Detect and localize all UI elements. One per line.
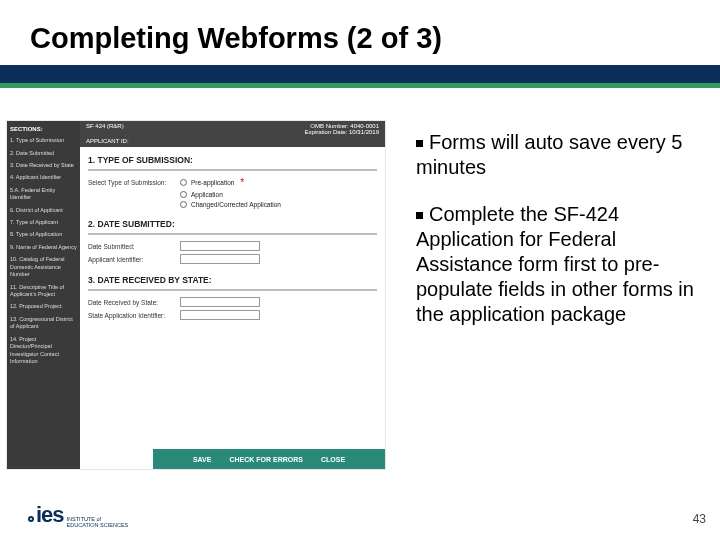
sidebar-item[interactable]: 3. Date Received by State	[10, 162, 77, 169]
form-screenshot: SECTIONS: 1. Type of Submission 2. Date …	[6, 120, 386, 470]
radio-option[interactable]: Pre-application	[191, 179, 234, 186]
sidebar-item[interactable]: 9. Name of Federal Agency	[10, 244, 77, 251]
logo-tagline: INSTITUTE ofEDUCATION SCIENCES	[67, 517, 129, 528]
form-bottom-bar: SAVE CHECK FOR ERRORS CLOSE	[153, 449, 385, 469]
date-received-input[interactable]	[180, 297, 260, 307]
radio-option[interactable]: Changed/Corrected Application	[191, 201, 281, 208]
page-number: 43	[693, 512, 706, 526]
bullet-square-icon	[416, 212, 423, 219]
applicant-id-label: APPLICANT ID:	[80, 137, 385, 147]
footer: ies INSTITUTE ofEDUCATION SCIENCES 43	[0, 502, 720, 532]
date-received-label: Date Received by State:	[88, 299, 180, 306]
sidebar-item[interactable]: 6. District of Applicant	[10, 207, 77, 214]
content-area: SECTIONS: 1. Type of Submission 2. Date …	[6, 120, 710, 490]
logo-dot-icon	[28, 516, 34, 522]
bullet-item: Complete the SF-424 Application for Fede…	[416, 202, 700, 327]
sidebar-item[interactable]: 14. Project Director/Principal Investiga…	[10, 336, 77, 366]
rule-green	[0, 83, 720, 88]
required-star-icon: *	[240, 177, 244, 188]
rule-navy	[0, 65, 720, 83]
title-bar: Completing Webforms (2 of 3)	[0, 0, 720, 65]
state-app-id-input[interactable]	[180, 310, 260, 320]
sections-header: SECTIONS:	[10, 125, 77, 133]
applicant-identifier-input[interactable]	[180, 254, 260, 264]
state-app-id-label: State Application Identifier:	[88, 312, 180, 319]
section-3-title: 3. DATE RECEIVED BY STATE:	[88, 275, 377, 291]
bullet-list: Forms will auto save every 5 minutes Com…	[386, 120, 710, 490]
date-submitted-input[interactable]	[180, 241, 260, 251]
radio-icon[interactable]	[180, 201, 187, 208]
sidebar-item[interactable]: 11. Descriptive Title of Applicant's Pro…	[10, 284, 77, 299]
sidebar-item[interactable]: 10. Catalog of Federal Domestic Assistan…	[10, 256, 77, 278]
section-1: 1. TYPE OF SUBMISSION: Select Type of Su…	[80, 147, 385, 208]
page-title: Completing Webforms (2 of 3)	[30, 22, 720, 55]
bullet-text: Complete the SF-424 Application for Fede…	[416, 203, 694, 325]
date-submitted-label: Date Submitted:	[88, 243, 180, 250]
sidebar-item[interactable]: 13. Congressional District of Applicant	[10, 316, 77, 331]
bullet-item: Forms will auto save every 5 minutes	[416, 130, 700, 180]
sidebar-item[interactable]: 1. Type of Submission	[10, 137, 77, 144]
submission-type-label: Select Type of Submission:	[88, 179, 180, 186]
sidebar-item[interactable]: 4. Applicant Identifier	[10, 174, 77, 181]
section-1-title: 1. TYPE OF SUBMISSION:	[88, 155, 377, 171]
section-2-title: 2. DATE SUBMITTED:	[88, 219, 377, 235]
expiration-date: Expiration Date: 10/31/2019	[305, 129, 379, 135]
form-main: SF 424 (R&R) OMB Number: 4040-0001 Expir…	[80, 121, 385, 469]
save-button[interactable]: SAVE	[193, 456, 212, 463]
logo-ies-mark: ies	[36, 502, 64, 528]
sidebar-item[interactable]: 5.A. Federal Entity Identifier	[10, 187, 77, 202]
bullet-square-icon	[416, 140, 423, 147]
form-name-label: SF 424 (R&R)	[86, 123, 124, 135]
radio-icon[interactable]	[180, 179, 187, 186]
radio-icon[interactable]	[180, 191, 187, 198]
sidebar-item[interactable]: 8. Type of Application	[10, 231, 77, 238]
bullet-text: Forms will auto save every 5 minutes	[416, 131, 682, 178]
sidebar-item[interactable]: 2. Date Submitted	[10, 150, 77, 157]
ies-logo: ies INSTITUTE ofEDUCATION SCIENCES	[28, 502, 128, 528]
sidebar-item[interactable]: 7. Type of Applicant	[10, 219, 77, 226]
slide: Completing Webforms (2 of 3) SECTIONS: 1…	[0, 0, 720, 540]
sidebar-item[interactable]: 12. Proposed Project:	[10, 303, 77, 310]
applicant-identifier-label: Applicant Identifier:	[88, 256, 180, 263]
section-3: 3. DATE RECEIVED BY STATE: Date Received…	[80, 267, 385, 320]
check-errors-button[interactable]: CHECK FOR ERRORS	[229, 456, 303, 463]
close-button[interactable]: CLOSE	[321, 456, 345, 463]
form-topbar: SF 424 (R&R) OMB Number: 4040-0001 Expir…	[80, 121, 385, 137]
sections-sidebar: SECTIONS: 1. Type of Submission 2. Date …	[7, 121, 80, 469]
radio-option[interactable]: Application	[191, 191, 223, 198]
section-2: 2. DATE SUBMITTED: Date Submitted: Appli…	[80, 211, 385, 264]
